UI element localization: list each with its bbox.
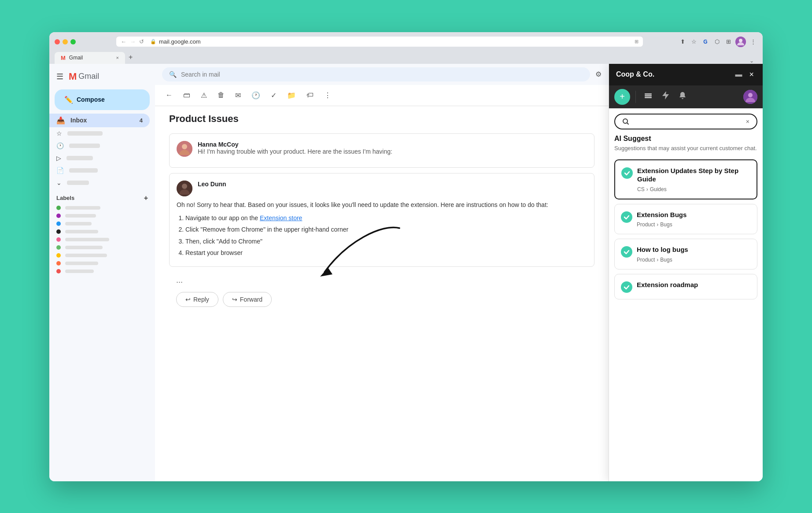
- label-item[interactable]: [49, 220, 155, 228]
- step-4: Restart your browser: [185, 248, 587, 258]
- coop-add-button[interactable]: +: [614, 89, 630, 105]
- email-btn[interactable]: ✉: [232, 89, 244, 102]
- path-separator-2: ›: [657, 221, 658, 228]
- step-2: Click "Remove from Chrome" in the upper …: [185, 225, 587, 234]
- reply-arrow-icon: ↩: [185, 296, 191, 303]
- label-color-dot: [56, 269, 61, 273]
- coop-user-avatar[interactable]: [743, 90, 757, 104]
- labels-header: Labels: [56, 195, 74, 201]
- checkmark-icon: [624, 284, 630, 290]
- label-item[interactable]: [49, 244, 155, 251]
- nav-reload-btn[interactable]: ↺: [139, 38, 144, 45]
- suggestion-card-extension-updates[interactable]: Extension Updates Step by Step Guide CS …: [614, 159, 757, 199]
- suggestion-path-1: CS › Guides: [637, 186, 750, 192]
- minimize-traffic-light[interactable]: [63, 39, 68, 44]
- gmail-m-icon: M: [69, 71, 77, 82]
- snooze-btn[interactable]: 🕐: [248, 89, 264, 102]
- sidebar-item-snoozed[interactable]: 🕐: [49, 140, 150, 152]
- label-item[interactable]: [49, 236, 155, 244]
- label-color-dot: [56, 237, 61, 242]
- email-ellipsis: ...: [169, 272, 594, 288]
- label-item[interactable]: [49, 228, 155, 236]
- delete-btn[interactable]: 🗑: [214, 89, 228, 102]
- nav-back-btn[interactable]: ←: [121, 38, 126, 45]
- label-name: [65, 222, 92, 225]
- coop-search-clear-btn[interactable]: ×: [746, 118, 749, 125]
- extension-store-link[interactable]: Extension store: [260, 214, 303, 221]
- sidebar-item-starred[interactable]: ☆: [49, 127, 150, 140]
- coop-lightning-btn[interactable]: [659, 89, 672, 104]
- label-item[interactable]: [49, 212, 155, 220]
- reply-button[interactable]: ↩ Reply: [176, 292, 218, 307]
- check-circle-4: [621, 281, 632, 293]
- traffic-lights: [55, 39, 76, 44]
- new-tab-btn[interactable]: +: [126, 51, 135, 64]
- label-item[interactable]: [49, 267, 155, 275]
- close-traffic-light[interactable]: [55, 39, 60, 44]
- sidebar-item-more[interactable]: ⌄: [49, 177, 150, 189]
- coop-search-input[interactable]: [633, 118, 742, 125]
- back-btn[interactable]: ←: [162, 89, 176, 102]
- profile-avatar[interactable]: [735, 37, 746, 47]
- svg-rect-7: [645, 95, 652, 96]
- tab-close-btn[interactable]: ×: [116, 55, 119, 60]
- label-item[interactable]: [49, 204, 155, 212]
- label-name: [65, 269, 94, 273]
- compose-pencil-icon: ✏️: [64, 96, 73, 104]
- sidebar-item-sent[interactable]: ▷: [49, 152, 150, 164]
- path-part1-1: CS: [637, 186, 645, 192]
- suggestion-title-2: Extension Bugs: [637, 210, 751, 219]
- search-icon: 🔍: [169, 71, 177, 78]
- label-btn[interactable]: 🏷: [303, 89, 317, 102]
- more-btn[interactable]: ⋮: [321, 89, 335, 102]
- more-icon[interactable]: ⋮: [749, 37, 757, 46]
- filter-icon[interactable]: ⚙: [595, 70, 602, 78]
- extension-icon[interactable]: ⬡: [712, 37, 721, 46]
- browser-actions: ⬆ ☆ G ⬡ ⊞ ⋮: [678, 37, 757, 47]
- maximize-traffic-light[interactable]: [70, 39, 76, 44]
- forward-button[interactable]: ↪ Forward: [223, 292, 272, 307]
- coop-minimize-btn[interactable]: ▬: [733, 70, 744, 79]
- svg-rect-6: [645, 93, 652, 95]
- coop-search-box[interactable]: ×: [614, 114, 757, 129]
- coop-toolbar: +: [609, 85, 763, 108]
- coop-header: Coop & Co. ▬ ×: [609, 64, 763, 85]
- suggestion-card-extension-roadmap[interactable]: Extension roadmap: [614, 274, 757, 299]
- move-btn[interactable]: 📁: [284, 89, 299, 102]
- archive-btn[interactable]: 🗃: [180, 89, 194, 102]
- suggestion-card-extension-bugs[interactable]: Extension Bugs Product › Bugs: [614, 204, 757, 235]
- label-color-dot: [56, 261, 61, 266]
- label-name: [65, 254, 107, 257]
- suggestion-path-3: Product › Bugs: [637, 257, 751, 263]
- report-btn[interactable]: ⚠: [197, 89, 210, 102]
- gmail-tab[interactable]: M Gmail ×: [55, 52, 125, 64]
- starred-label: [67, 131, 103, 136]
- email-subject: Product Issues: [169, 113, 594, 125]
- inbox-icon: 📥: [56, 116, 65, 125]
- task-btn[interactable]: ✓: [267, 89, 280, 102]
- grid-icon[interactable]: ⊞: [724, 37, 733, 46]
- suggestion-card-how-to-log-bugs[interactable]: How to log bugs Product › Bugs: [614, 239, 757, 269]
- hamburger-menu[interactable]: ☰: [56, 72, 63, 81]
- sidebar-item-inbox[interactable]: 📥 Inbox 4: [49, 114, 150, 127]
- draft-icon: 📄: [56, 167, 64, 174]
- coop-close-btn[interactable]: ×: [747, 69, 756, 80]
- gmail-logo: M Gmail: [69, 71, 99, 82]
- label-item[interactable]: [49, 251, 155, 259]
- compose-button[interactable]: ✏️ Compose: [55, 89, 150, 110]
- grammarly-icon[interactable]: G: [701, 37, 710, 46]
- bookmark-icon[interactable]: ☆: [690, 37, 698, 46]
- clock-icon: 🕐: [56, 142, 64, 149]
- nav-forward-btn[interactable]: →: [130, 38, 136, 45]
- suggestions-list: Extension Updates Step by Step Guide CS …: [609, 156, 763, 481]
- ai-suggest-title: AI Suggest: [614, 135, 757, 143]
- coop-layers-btn[interactable]: [641, 89, 655, 104]
- coop-notification-btn[interactable]: [675, 89, 690, 104]
- labels-add-btn[interactable]: +: [144, 194, 148, 202]
- reply-label: Reply: [193, 296, 209, 303]
- sidebar-item-drafts[interactable]: 📄: [49, 164, 150, 177]
- search-box[interactable]: 🔍 Search in mail: [162, 67, 590, 81]
- label-name: [65, 214, 96, 218]
- label-item[interactable]: [49, 259, 155, 267]
- share-icon[interactable]: ⬆: [678, 37, 687, 46]
